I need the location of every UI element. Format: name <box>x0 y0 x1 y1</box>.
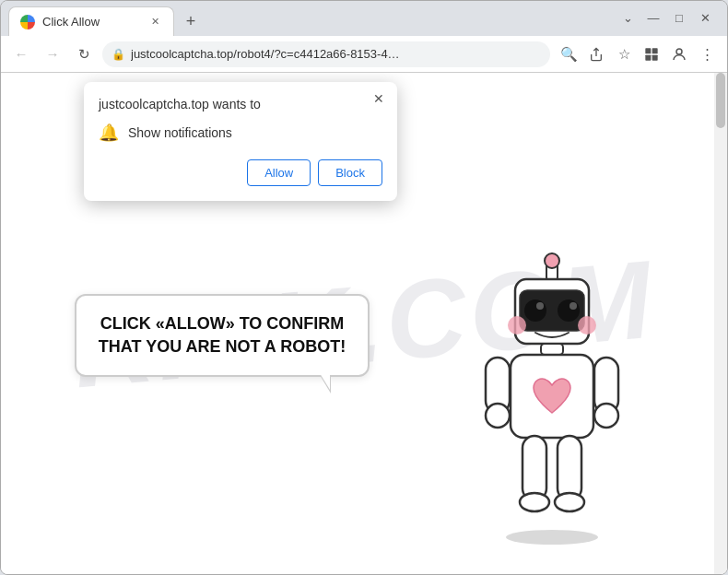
svg-rect-0 <box>645 48 651 53</box>
tab-favicon <box>20 15 35 29</box>
svg-point-14 <box>508 316 526 334</box>
active-tab[interactable]: Click Allow ✕ <box>8 6 174 36</box>
bell-icon: 🔔 <box>99 123 119 143</box>
speech-bubble: CLICK «ALLOW» TO CONFIRM THAT YOU ARE NO… <box>75 294 370 377</box>
maximize-button[interactable]: □ <box>668 6 690 29</box>
notification-popup: ✕ justcoolcaptcha.top wants to 🔔 Show no… <box>84 82 397 201</box>
back-button[interactable]: ← <box>8 41 34 67</box>
new-tab-button[interactable]: + <box>178 8 204 34</box>
svg-point-4 <box>676 49 682 54</box>
svg-point-13 <box>569 302 577 310</box>
lock-icon: 🔒 <box>112 48 125 61</box>
bubble-text: CLICK «ALLOW» TO CONFIRM THAT YOU ARE NO… <box>97 312 347 358</box>
robot-illustration <box>460 252 644 546</box>
svg-point-15 <box>578 316 596 334</box>
tab-title: Click Allow <box>42 15 140 29</box>
robot-container <box>460 252 681 565</box>
popup-close-button[interactable]: ✕ <box>370 89 388 108</box>
notification-label: Show notifications <box>128 125 232 140</box>
svg-rect-24 <box>558 436 581 500</box>
svg-point-5 <box>506 530 598 545</box>
tab-bar-wrapper: Click Allow ✕ + ⌄ — □ ✕ <box>1 1 727 36</box>
window-controls: ⌄ — □ ✕ <box>616 6 716 29</box>
share-icon[interactable] <box>583 41 609 67</box>
search-icon[interactable]: 🔍 <box>556 41 581 67</box>
tab-close-button[interactable]: ✕ <box>147 15 162 29</box>
chevron-down-icon[interactable]: ⌄ <box>616 6 639 29</box>
bookmark-icon[interactable]: ☆ <box>611 41 637 67</box>
allow-button[interactable]: Allow <box>247 159 311 186</box>
close-button[interactable]: ✕ <box>694 6 716 29</box>
toolbar-icons: 🔍 ☆ ⋮ <box>556 41 720 67</box>
profile-icon[interactable] <box>666 41 692 67</box>
svg-rect-22 <box>523 436 546 500</box>
svg-point-21 <box>594 404 618 428</box>
block-button[interactable]: Block <box>318 159 382 186</box>
svg-point-7 <box>545 253 559 268</box>
scrollbar-thumb[interactable] <box>716 73 725 128</box>
forward-button[interactable]: → <box>40 41 65 67</box>
reload-button[interactable]: ↻ <box>71 41 97 67</box>
svg-rect-2 <box>645 54 651 60</box>
svg-point-12 <box>536 302 544 310</box>
svg-rect-1 <box>652 48 658 53</box>
minimize-button[interactable]: — <box>642 6 664 29</box>
url-text: justcoolcaptcha.top/robot4/?c=c4412a66-8… <box>131 47 541 61</box>
svg-point-11 <box>558 299 580 322</box>
svg-point-10 <box>524 299 546 322</box>
menu-icon[interactable]: ⋮ <box>694 41 720 67</box>
svg-rect-16 <box>541 344 563 355</box>
svg-point-19 <box>486 404 510 428</box>
svg-point-23 <box>520 493 549 511</box>
content-area: RISK.COM ✕ justcoolcaptcha.top wants to … <box>1 73 727 574</box>
speech-bubble-container: CLICK «ALLOW» TO CONFIRM THAT YOU ARE NO… <box>75 294 370 377</box>
extensions-icon[interactable] <box>639 41 664 67</box>
url-bar[interactable]: 🔒 justcoolcaptcha.top/robot4/?c=c4412a66… <box>102 41 550 67</box>
notification-row: 🔔 Show notifications <box>99 123 382 143</box>
address-bar: ← → ↻ 🔒 justcoolcaptcha.top/robot4/?c=c4… <box>1 36 727 73</box>
svg-point-25 <box>555 493 584 511</box>
popup-title: justcoolcaptcha.top wants to <box>99 97 382 111</box>
popup-buttons: Allow Block <box>99 159 382 186</box>
scrollbar[interactable] <box>714 73 727 574</box>
chrome-window: Click Allow ✕ + ⌄ — □ ✕ ← → ↻ 🔒 justcool… <box>0 0 728 575</box>
svg-rect-3 <box>652 54 658 60</box>
